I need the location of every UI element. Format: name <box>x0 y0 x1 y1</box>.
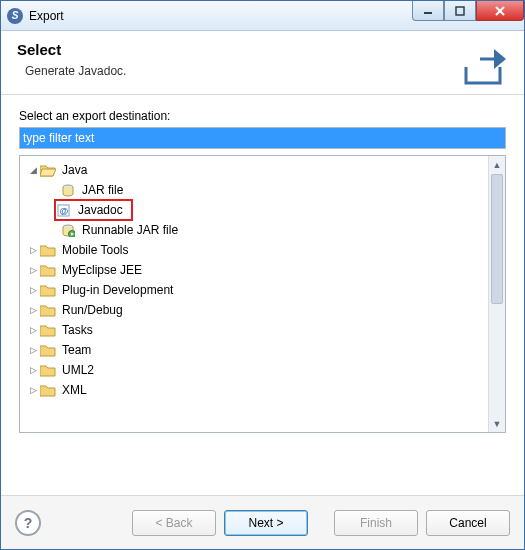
svg-text:@: @ <box>60 206 69 216</box>
expand-icon[interactable]: ▷ <box>26 240 40 260</box>
scroll-down-icon[interactable]: ▼ <box>489 415 505 432</box>
runnable-jar-icon <box>60 223 76 237</box>
expand-icon[interactable]: ▷ <box>26 340 40 360</box>
tree-node-jee[interactable]: ▷ MyEclipse JEE <box>22 260 486 280</box>
tree-node-xml[interactable]: ▷ XML <box>22 380 486 400</box>
next-button[interactable]: Next > <box>224 510 308 536</box>
collapse-icon[interactable]: ◢ <box>26 160 40 180</box>
tree-scrollbar[interactable]: ▲ ▼ <box>488 156 505 432</box>
tree-label: Mobile Tools <box>60 240 130 260</box>
expand-icon[interactable]: ▷ <box>26 320 40 340</box>
tree-label: Java <box>60 160 89 180</box>
window-title: Export <box>29 9 64 23</box>
svg-marker-17 <box>40 306 55 316</box>
svg-marker-19 <box>40 346 55 356</box>
help-button[interactable]: ? <box>15 510 41 536</box>
tree-label: MyEclipse JEE <box>60 260 144 280</box>
tree-label: UML2 <box>60 360 96 380</box>
svg-marker-20 <box>40 366 55 376</box>
help-icon: ? <box>24 515 33 531</box>
expand-icon[interactable]: ▷ <box>26 280 40 300</box>
tree-node-runnable-jar[interactable]: Runnable JAR file <box>22 220 486 240</box>
tree-label: JAR file <box>80 180 125 200</box>
folder-icon <box>40 323 56 337</box>
export-dialog: S Export Select Generate Javadoc. Select <box>0 0 525 550</box>
tree-label: XML <box>60 380 89 400</box>
close-icon <box>494 5 506 17</box>
tree-label: Runnable JAR file <box>80 220 180 240</box>
tree-label: Run/Debug <box>60 300 125 320</box>
javadoc-icon: @ <box>56 203 72 217</box>
folder-icon <box>40 303 56 317</box>
window-buttons <box>412 1 524 21</box>
tree-container: ◢ Java JAR file @ Javadoc <box>19 155 506 433</box>
folder-icon <box>40 343 56 357</box>
tree-node-java[interactable]: ◢ Java <box>22 160 486 180</box>
tree-node-plugin[interactable]: ▷ Plug-in Development <box>22 280 486 300</box>
folder-icon <box>40 363 56 377</box>
jar-icon <box>60 183 76 197</box>
scroll-thumb[interactable] <box>491 174 503 304</box>
folder-icon <box>40 283 56 297</box>
minimize-button[interactable] <box>412 1 444 21</box>
expand-icon[interactable]: ▷ <box>26 380 40 400</box>
svg-marker-15 <box>40 266 55 276</box>
tree-label: Team <box>60 340 93 360</box>
dialog-footer: ? < Back Next > Finish Cancel <box>1 495 524 549</box>
svg-marker-21 <box>40 386 55 396</box>
app-icon: S <box>7 8 23 24</box>
dialog-content: Select an export destination: ◢ Java JAR… <box>1 95 524 495</box>
cancel-button[interactable]: Cancel <box>426 510 510 536</box>
close-button[interactable] <box>476 1 524 21</box>
scroll-up-icon[interactable]: ▲ <box>489 156 505 173</box>
tree-label: Javadoc <box>76 200 125 220</box>
export-icon <box>460 45 506 91</box>
svg-marker-14 <box>40 246 55 256</box>
tree-node-tasks[interactable]: ▷ Tasks <box>22 320 486 340</box>
minimize-icon <box>423 6 433 16</box>
expand-icon[interactable]: ▷ <box>26 260 40 280</box>
back-button[interactable]: < Back <box>132 510 216 536</box>
svg-marker-16 <box>40 286 55 296</box>
folder-icon <box>40 263 56 277</box>
folder-open-icon <box>40 163 56 177</box>
maximize-icon <box>455 6 465 16</box>
page-title: Select <box>17 41 508 58</box>
folder-icon <box>40 383 56 397</box>
svg-marker-7 <box>40 169 56 176</box>
svg-rect-1 <box>456 7 464 15</box>
export-tree[interactable]: ◢ Java JAR file @ Javadoc <box>20 156 488 432</box>
tree-node-uml2[interactable]: ▷ UML2 <box>22 360 486 380</box>
tree-label: Plug-in Development <box>60 280 175 300</box>
tree-label: Tasks <box>60 320 95 340</box>
title-bar[interactable]: S Export <box>1 1 524 31</box>
tree-node-javadoc[interactable]: @ Javadoc <box>22 200 486 220</box>
svg-marker-18 <box>40 326 55 336</box>
filter-input[interactable] <box>19 127 506 149</box>
page-subtitle: Generate Javadoc. <box>17 64 508 78</box>
finish-button[interactable]: Finish <box>334 510 418 536</box>
expand-icon[interactable]: ▷ <box>26 360 40 380</box>
tree-node-rundebug[interactable]: ▷ Run/Debug <box>22 300 486 320</box>
tree-node-team[interactable]: ▷ Team <box>22 340 486 360</box>
destination-label: Select an export destination: <box>19 109 506 123</box>
annotation-highlight: @ Javadoc <box>54 199 133 221</box>
tree-node-jar[interactable]: JAR file <box>22 180 486 200</box>
dialog-header: Select Generate Javadoc. <box>1 31 524 95</box>
folder-icon <box>40 243 56 257</box>
expand-icon[interactable]: ▷ <box>26 300 40 320</box>
maximize-button[interactable] <box>444 1 476 21</box>
tree-node-mobile[interactable]: ▷ Mobile Tools <box>22 240 486 260</box>
